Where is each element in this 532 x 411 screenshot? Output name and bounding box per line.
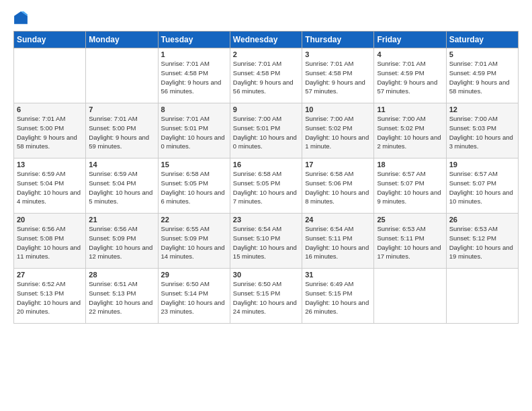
calendar-cell [374,269,446,324]
calendar-cell: 19Sunrise: 6:57 AM Sunset: 5:07 PM Dayli… [446,158,518,214]
calendar-week-2: 6Sunrise: 7:01 AM Sunset: 5:00 PM Daylig… [14,103,519,158]
calendar-cell: 1Sunrise: 7:01 AM Sunset: 4:58 PM Daylig… [158,48,230,103]
day-number: 28 [89,271,154,279]
calendar-cell: 28Sunrise: 6:51 AM Sunset: 5:13 PM Dayli… [86,269,158,324]
day-info: Sunrise: 6:50 AM Sunset: 5:14 PM Dayligh… [161,279,227,316]
day-info: Sunrise: 6:59 AM Sunset: 5:04 PM Dayligh… [17,169,83,206]
calendar-cell: 8Sunrise: 7:01 AM Sunset: 5:01 PM Daylig… [158,103,230,158]
calendar-cell: 4Sunrise: 7:01 AM Sunset: 4:59 PM Daylig… [374,48,446,103]
header [13,11,519,26]
calendar-cell: 17Sunrise: 6:58 AM Sunset: 5:06 PM Dayli… [302,158,374,214]
day-number: 31 [305,271,371,279]
day-info: Sunrise: 7:01 AM Sunset: 4:59 PM Dayligh… [449,59,515,96]
calendar-cell: 16Sunrise: 6:58 AM Sunset: 5:05 PM Dayli… [230,158,302,214]
day-info: Sunrise: 7:01 AM Sunset: 4:58 PM Dayligh… [161,59,227,96]
day-info: Sunrise: 6:53 AM Sunset: 5:11 PM Dayligh… [377,224,443,261]
day-number: 23 [233,216,299,224]
day-number: 27 [17,271,83,279]
day-number: 29 [161,271,227,279]
day-info: Sunrise: 7:01 AM Sunset: 4:59 PM Dayligh… [377,59,443,96]
day-info: Sunrise: 6:59 AM Sunset: 5:04 PM Dayligh… [89,169,154,206]
day-number: 24 [305,216,371,224]
day-number: 20 [17,216,83,224]
calendar-cell: 7Sunrise: 7:01 AM Sunset: 5:00 PM Daylig… [86,103,158,158]
day-info: Sunrise: 6:56 AM Sunset: 5:09 PM Dayligh… [89,224,154,261]
day-number: 19 [449,161,515,169]
calendar-header-saturday: Saturday [446,32,518,48]
day-number: 3 [305,50,371,58]
day-info: Sunrise: 7:00 AM Sunset: 5:03 PM Dayligh… [449,114,515,151]
day-number: 2 [233,50,299,58]
calendar-header-wednesday: Wednesday [230,32,302,48]
day-number: 17 [305,161,371,169]
day-number: 11 [377,105,443,113]
calendar-cell: 27Sunrise: 6:52 AM Sunset: 5:13 PM Dayli… [14,269,86,324]
calendar-cell: 10Sunrise: 7:00 AM Sunset: 5:02 PM Dayli… [302,103,374,158]
day-info: Sunrise: 6:58 AM Sunset: 5:05 PM Dayligh… [161,169,227,206]
day-number: 1 [161,50,227,58]
calendar-cell: 22Sunrise: 6:55 AM Sunset: 5:09 PM Dayli… [158,214,230,269]
day-number: 9 [233,105,299,113]
day-number: 4 [377,50,443,58]
day-number: 18 [377,161,443,169]
day-info: Sunrise: 6:53 AM Sunset: 5:12 PM Dayligh… [449,224,515,261]
day-info: Sunrise: 6:58 AM Sunset: 5:06 PM Dayligh… [305,169,371,206]
calendar-cell: 15Sunrise: 6:58 AM Sunset: 5:05 PM Dayli… [158,158,230,214]
calendar-cell: 25Sunrise: 6:53 AM Sunset: 5:11 PM Dayli… [374,214,446,269]
calendar-week-3: 13Sunrise: 6:59 AM Sunset: 5:04 PM Dayli… [14,158,519,214]
calendar-cell: 12Sunrise: 7:00 AM Sunset: 5:03 PM Dayli… [446,103,518,158]
day-info: Sunrise: 6:54 AM Sunset: 5:10 PM Dayligh… [233,224,299,261]
day-info: Sunrise: 6:55 AM Sunset: 5:09 PM Dayligh… [161,224,227,261]
calendar-cell: 13Sunrise: 6:59 AM Sunset: 5:04 PM Dayli… [14,158,86,214]
day-info: Sunrise: 6:56 AM Sunset: 5:08 PM Dayligh… [17,224,83,261]
calendar-header-thursday: Thursday [302,32,374,48]
calendar-cell: 2Sunrise: 7:01 AM Sunset: 4:58 PM Daylig… [230,48,302,103]
calendar-header-tuesday: Tuesday [158,32,230,48]
calendar-cell: 31Sunrise: 6:49 AM Sunset: 5:15 PM Dayli… [302,269,374,324]
calendar-week-1: 1Sunrise: 7:01 AM Sunset: 4:58 PM Daylig… [14,48,519,103]
day-info: Sunrise: 6:51 AM Sunset: 5:13 PM Dayligh… [89,279,154,316]
day-info: Sunrise: 6:52 AM Sunset: 5:13 PM Dayligh… [17,279,83,316]
calendar-header-friday: Friday [374,32,446,48]
calendar-cell: 29Sunrise: 6:50 AM Sunset: 5:14 PM Dayli… [158,269,230,324]
calendar-cell: 23Sunrise: 6:54 AM Sunset: 5:10 PM Dayli… [230,214,302,269]
day-info: Sunrise: 7:01 AM Sunset: 5:01 PM Dayligh… [161,114,227,151]
day-number: 8 [161,105,227,113]
calendar-cell: 5Sunrise: 7:01 AM Sunset: 4:59 PM Daylig… [446,48,518,103]
calendar-cell: 24Sunrise: 6:54 AM Sunset: 5:11 PM Dayli… [302,214,374,269]
calendar-cell: 11Sunrise: 7:00 AM Sunset: 5:02 PM Dayli… [374,103,446,158]
calendar-cell: 26Sunrise: 6:53 AM Sunset: 5:12 PM Dayli… [446,214,518,269]
calendar-header-row: SundayMondayTuesdayWednesdayThursdayFrid… [14,32,519,48]
calendar-cell [446,269,518,324]
day-info: Sunrise: 6:58 AM Sunset: 5:05 PM Dayligh… [233,169,299,206]
day-number: 10 [305,105,371,113]
day-info: Sunrise: 6:57 AM Sunset: 5:07 PM Dayligh… [449,169,515,206]
day-number: 25 [377,216,443,224]
logo-icon [13,11,28,26]
day-number: 15 [161,161,227,169]
day-number: 26 [449,216,515,224]
calendar-cell: 3Sunrise: 7:01 AM Sunset: 4:58 PM Daylig… [302,48,374,103]
day-number: 22 [161,216,227,224]
calendar-header-monday: Monday [86,32,158,48]
calendar: SundayMondayTuesdayWednesdayThursdayFrid… [13,31,519,324]
day-info: Sunrise: 6:50 AM Sunset: 5:15 PM Dayligh… [233,279,299,316]
calendar-cell: 9Sunrise: 7:00 AM Sunset: 5:01 PM Daylig… [230,103,302,158]
logo [13,11,31,26]
calendar-cell [14,48,86,103]
day-number: 14 [89,161,154,169]
day-info: Sunrise: 7:01 AM Sunset: 5:00 PM Dayligh… [89,114,154,151]
day-info: Sunrise: 7:00 AM Sunset: 5:02 PM Dayligh… [377,114,443,151]
day-info: Sunrise: 7:01 AM Sunset: 4:58 PM Dayligh… [305,59,371,96]
calendar-cell: 21Sunrise: 6:56 AM Sunset: 5:09 PM Dayli… [86,214,158,269]
day-info: Sunrise: 7:00 AM Sunset: 5:02 PM Dayligh… [305,114,371,151]
calendar-cell: 20Sunrise: 6:56 AM Sunset: 5:08 PM Dayli… [14,214,86,269]
day-info: Sunrise: 6:54 AM Sunset: 5:11 PM Dayligh… [305,224,371,261]
calendar-cell [86,48,158,103]
calendar-header-sunday: Sunday [14,32,86,48]
calendar-cell: 6Sunrise: 7:01 AM Sunset: 5:00 PM Daylig… [14,103,86,158]
day-info: Sunrise: 7:01 AM Sunset: 5:00 PM Dayligh… [17,114,83,151]
day-number: 16 [233,161,299,169]
day-number: 7 [89,105,154,113]
day-number: 12 [449,105,515,113]
